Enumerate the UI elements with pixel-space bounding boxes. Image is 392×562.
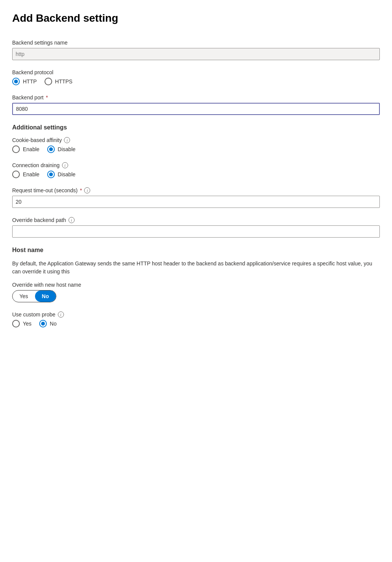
protocol-http-radio-inner: [14, 80, 18, 83]
override-backend-path-input[interactable]: [12, 225, 380, 238]
use-custom-probe-yes-radio[interactable]: [12, 320, 20, 327]
request-timeout-group: Request time-out (seconds) * i: [12, 187, 380, 208]
override-host-name-yes[interactable]: Yes: [13, 291, 35, 302]
use-custom-probe-info-icon[interactable]: i: [58, 311, 64, 318]
cookie-affinity-group: Cookie-based affinity i Enable Disable: [12, 137, 380, 153]
use-custom-probe-no-option[interactable]: No: [39, 320, 57, 327]
host-name-heading: Host name: [12, 247, 380, 254]
connection-draining-group: Connection draining i Enable Disable: [12, 162, 380, 178]
backend-settings-name-group: Backend settings name: [12, 40, 380, 60]
connection-draining-info-icon[interactable]: i: [62, 162, 68, 168]
backend-protocol-label: Backend protocol: [12, 69, 380, 75]
use-custom-probe-label: Use custom probe i: [12, 311, 380, 318]
connection-draining-enable-label: Enable: [23, 171, 40, 177]
request-timeout-label: Request time-out (seconds) * i: [12, 187, 380, 193]
cookie-affinity-info-icon[interactable]: i: [64, 137, 70, 143]
backend-port-required: *: [46, 94, 48, 101]
connection-draining-label: Connection draining i: [12, 162, 380, 168]
protocol-http-label: HTTP: [23, 78, 37, 85]
request-timeout-required: *: [80, 187, 82, 193]
override-backend-path-info-icon[interactable]: i: [69, 217, 75, 223]
request-timeout-input[interactable]: [12, 196, 380, 208]
protocol-http-radio[interactable]: [12, 78, 20, 85]
backend-port-input[interactable]: [12, 103, 380, 115]
cookie-affinity-label: Cookie-based affinity i: [12, 137, 380, 143]
protocol-https-option[interactable]: HTTPS: [45, 78, 73, 85]
override-host-name-toggle[interactable]: Yes No: [12, 290, 56, 302]
override-host-name-no[interactable]: No: [35, 291, 56, 302]
additional-settings-heading: Additional settings: [12, 124, 380, 131]
protocol-https-label: HTTPS: [55, 78, 73, 85]
cookie-affinity-enable-option[interactable]: Enable: [12, 145, 40, 153]
backend-settings-name-label: Backend settings name: [12, 40, 380, 46]
connection-draining-disable-option[interactable]: Disable: [47, 171, 76, 178]
backend-port-group: Request time-out (seconds) Backend port …: [12, 94, 380, 115]
request-timeout-info-icon[interactable]: i: [84, 187, 90, 193]
connection-draining-radio-group: Enable Disable: [12, 171, 380, 178]
override-backend-path-label: Override backend path i: [12, 217, 380, 223]
use-custom-probe-group: Use custom probe i Yes No: [12, 311, 380, 327]
cookie-affinity-disable-label: Disable: [58, 146, 76, 152]
use-custom-probe-radio-group: Yes No: [12, 320, 380, 327]
backend-protocol-group: Backend protocol HTTP HTTPS: [12, 69, 380, 85]
cookie-affinity-enable-radio[interactable]: [12, 145, 20, 153]
backend-protocol-radio-group: HTTP HTTPS: [12, 78, 380, 85]
host-name-description: By default, the Application Gateway send…: [12, 260, 380, 276]
override-host-name-group: Override with new host name Yes No: [12, 282, 380, 302]
backend-settings-name-input[interactable]: [12, 48, 380, 60]
additional-settings-section: Additional settings Cookie-based affinit…: [12, 124, 380, 238]
override-host-name-label: Override with new host name: [12, 282, 380, 288]
cookie-affinity-disable-option[interactable]: Disable: [47, 145, 76, 153]
connection-draining-enable-option[interactable]: Enable: [12, 171, 40, 178]
cookie-affinity-enable-label: Enable: [23, 146, 40, 152]
page-title: Add Backend setting: [12, 12, 380, 24]
use-custom-probe-no-radio-inner: [41, 322, 45, 326]
use-custom-probe-yes-option[interactable]: Yes: [12, 320, 32, 327]
protocol-https-radio[interactable]: [45, 78, 52, 85]
connection-draining-enable-radio[interactable]: [12, 171, 20, 178]
cookie-affinity-radio-group: Enable Disable: [12, 145, 380, 153]
host-name-section: Host name By default, the Application Ga…: [12, 247, 380, 327]
cookie-affinity-disable-radio-inner: [49, 147, 53, 151]
use-custom-probe-no-label: No: [50, 321, 57, 327]
connection-draining-disable-radio-inner: [49, 172, 53, 176]
override-backend-path-group: Override backend path i: [12, 217, 380, 238]
backend-port-label: Request time-out (seconds) Backend port …: [12, 94, 380, 101]
use-custom-probe-no-radio[interactable]: [39, 320, 47, 327]
cookie-affinity-disable-radio[interactable]: [47, 145, 55, 153]
connection-draining-disable-radio[interactable]: [47, 171, 55, 178]
connection-draining-disable-label: Disable: [58, 171, 76, 177]
use-custom-probe-yes-label: Yes: [23, 321, 32, 327]
protocol-http-option[interactable]: HTTP: [12, 78, 37, 85]
